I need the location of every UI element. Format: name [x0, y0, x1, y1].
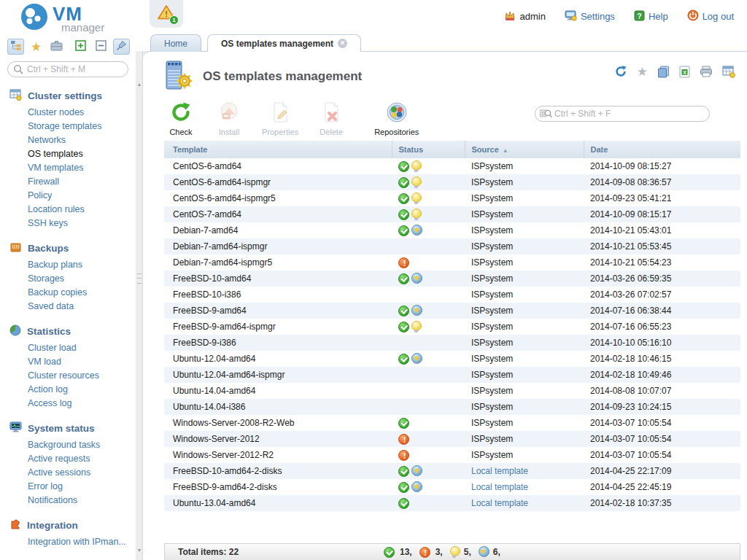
sidebar-item[interactable]: VM templates — [0, 160, 136, 174]
sidebar-splitter[interactable]: ▲ ▼ — [136, 51, 143, 560]
date-cell: 2014-10-21 05:43:01 — [584, 222, 740, 238]
table-row[interactable]: Ubuntu-14.04-amd64ISPsystem2014-08-08 10… — [164, 383, 740, 399]
sidebar-item[interactable]: Cluster resources — [0, 368, 136, 382]
source-cell[interactable]: Local template — [465, 463, 584, 479]
app-logo[interactable]: VM manager — [20, 3, 104, 34]
install-button[interactable]: Install — [214, 101, 244, 136]
sidebar-item[interactable]: SSH keys — [0, 216, 136, 230]
check-button[interactable]: Check — [166, 101, 196, 136]
refresh-icon[interactable] — [614, 65, 627, 78]
table-settings-icon[interactable] — [722, 66, 735, 78]
column-header-date[interactable]: Date — [584, 141, 740, 158]
favorites-button[interactable]: ★ — [28, 39, 44, 55]
table-row[interactable]: CentOS-6-amd64-ispmgrISPsystem2014-09-08… — [164, 174, 740, 190]
table-row[interactable]: Ubuntu-14.04-i386ISPsystem2014-09-23 10:… — [164, 399, 740, 415]
template-cell: FreeBSD-10-amd64-2-disks — [164, 463, 392, 479]
table-row[interactable]: Windows-Server-2008-R2-WebISPsystem2014-… — [164, 415, 740, 431]
sidebar-item[interactable]: Saved data — [0, 299, 136, 313]
table-row[interactable]: Ubuntu-12.04-amd64ISPsystem2014-02-18 10… — [164, 351, 740, 367]
current-user[interactable]: admin — [504, 10, 545, 23]
sidebar-item[interactable]: Cluster load — [0, 341, 136, 354]
column-header-template[interactable]: Template — [164, 141, 392, 158]
table-row[interactable]: FreeBSD-10-amd64ISPsystem2014-03-26 06:5… — [164, 271, 740, 287]
sidebar-item[interactable]: Action log — [0, 382, 136, 396]
table-search-input[interactable] — [535, 106, 710, 122]
export-excel-icon[interactable]: X — [679, 66, 690, 78]
table-row[interactable]: Debian-7-amd64ISPsystem2014-10-21 05:43:… — [164, 222, 740, 238]
svg-text:X: X — [683, 69, 686, 74]
help-link[interactable]: ? Help — [634, 10, 668, 23]
sidebar-item[interactable]: Active sessions — [0, 465, 136, 479]
sidebar-item[interactable]: Backup plans — [0, 257, 136, 271]
source-cell[interactable]: Local template — [465, 479, 584, 495]
sidebar-item[interactable]: Integration with IPman... — [0, 534, 136, 548]
sidebar-scroll-up-icon[interactable]: ▲ — [136, 82, 143, 87]
table-row[interactable]: FreeBSD-10-i386ISPsystem2014-03-26 07:02… — [164, 287, 740, 303]
favorite-star-icon[interactable]: ★ — [637, 66, 648, 78]
tree-view-button[interactable] — [7, 39, 24, 55]
table-row[interactable]: FreeBSD-9-i386ISPsystem2014-10-10 05:16:… — [164, 335, 740, 351]
table-row[interactable]: CentOS-7-amd64ISPsystem2014-10-09 08:15:… — [164, 206, 740, 222]
table-row[interactable]: Debian-7-amd64-ispmgr5ISPsystem2014-10-2… — [164, 254, 740, 271]
table-row[interactable]: Ubuntu-12.04-amd64-ispmgrISPsystem2014-0… — [164, 367, 740, 383]
source-cell[interactable]: Local template — [465, 495, 584, 511]
tab-home[interactable]: Home — [150, 34, 201, 52]
properties-button[interactable]: Properties — [262, 101, 298, 136]
nav-section-title[interactable]: Backups — [0, 241, 136, 254]
column-header-status[interactable]: Status — [392, 141, 465, 158]
sidebar-item[interactable]: OS templates — [0, 147, 136, 160]
pin-menu-button[interactable] — [113, 39, 130, 55]
nav-section-statistics: Statistics Cluster loadVM loadCluster re… — [0, 324, 136, 410]
nav-section-title[interactable]: Integration — [0, 518, 136, 532]
copy-report-icon[interactable] — [657, 66, 670, 78]
sidebar-item[interactable]: Networks — [0, 133, 136, 147]
source-cell: ISPsystem — [465, 415, 584, 431]
notifications-alert-button[interactable]: ! 1 — [150, 0, 183, 28]
sidebar-item[interactable]: Active requests — [0, 451, 136, 465]
status-cell — [392, 271, 465, 287]
briefcase-button[interactable] — [48, 39, 65, 55]
date-cell: 2014-10-09 08:15:17 — [584, 206, 740, 222]
delete-button[interactable]: Delete — [316, 101, 347, 136]
table-row[interactable]: Ubuntu-13.04-amd64Local template2014-02-… — [164, 495, 740, 511]
ok-status-icon — [398, 161, 409, 172]
splitter-handle-icon[interactable] — [137, 273, 142, 284]
nav-section-title[interactable]: Statistics — [0, 324, 136, 338]
print-icon[interactable] — [700, 66, 713, 77]
table-row[interactable]: FreeBSD-9-amd64ISPsystem2014-07-16 06:38… — [164, 303, 740, 319]
sidebar-item[interactable]: Firewall — [0, 174, 136, 188]
table-row[interactable]: FreeBSD-9-amd64-ispmgrISPsystem2014-07-1… — [164, 319, 740, 335]
status-cell — [392, 383, 465, 399]
table-row[interactable]: FreeBSD-10-amd64-2-disksLocal template20… — [164, 463, 740, 479]
column-header-source[interactable]: Source▲ — [465, 141, 584, 158]
sidebar-item[interactable]: Storages — [0, 271, 136, 285]
sidebar-item[interactable]: Access log — [0, 396, 136, 410]
sidebar-scroll-down-icon[interactable]: ▼ — [136, 548, 143, 553]
tab-close-icon[interactable]: ✕ — [338, 39, 347, 48]
sidebar-item[interactable]: VM load — [0, 354, 136, 368]
sidebar-item[interactable]: Background tasks — [0, 438, 136, 451]
table-row[interactable]: Windows-Server-2012ISPsystem2014-03-07 1… — [164, 431, 740, 447]
sidebar-item[interactable]: Storage templates — [0, 119, 136, 133]
table-row[interactable]: Windows-Server-2012-R2ISPsystem2014-03-0… — [164, 447, 740, 463]
nav-section-title[interactable]: System status — [0, 421, 136, 435]
table-row[interactable]: CentOS-6-amd64ISPsystem2014-10-09 08:15:… — [164, 158, 740, 174]
expand-all-button[interactable] — [72, 39, 89, 55]
sidebar-item[interactable]: Error log — [0, 479, 136, 493]
sidebar-item[interactable]: Policy — [0, 188, 136, 202]
logout-link[interactable]: Log out — [687, 9, 734, 23]
settings-link[interactable]: Settings — [565, 10, 615, 23]
repositories-button[interactable]: Repositories — [374, 101, 419, 136]
table-row[interactable]: FreeBSD-9-amd64-2-disksLocal template201… — [164, 479, 740, 495]
sidebar-item[interactable]: Notifications — [0, 493, 136, 507]
sidebar-item[interactable]: Backup copies — [0, 285, 136, 299]
nav-section-title[interactable]: Cluster settings — [0, 89, 136, 102]
sidebar-item[interactable]: Cluster nodes — [0, 105, 136, 119]
sidebar-item[interactable]: Location rules — [0, 202, 136, 216]
collapse-all-button[interactable] — [93, 39, 109, 55]
error-status-icon — [398, 450, 409, 461]
table-row[interactable]: Debian-7-amd64-ispmgrISPsystem2014-10-21… — [164, 238, 740, 254]
sidebar-search-input[interactable] — [7, 61, 128, 77]
tab-os-templates[interactable]: OS templates management ✕ — [207, 34, 361, 52]
table-row[interactable]: CentOS-6-amd64-ispmgr5ISPsystem2014-09-2… — [164, 190, 740, 206]
